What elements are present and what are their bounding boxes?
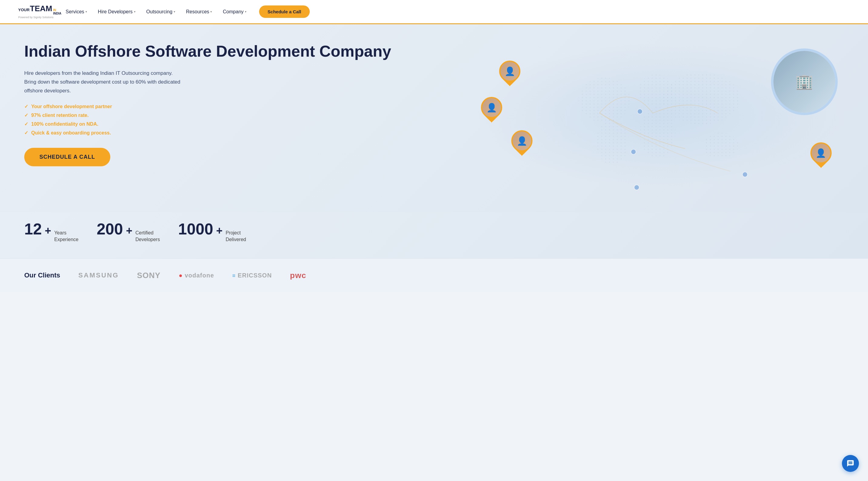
stat-line1-years: Years <box>54 230 79 236</box>
person-pin-3: 👤 <box>511 130 532 156</box>
person-face-3: 👤 <box>513 131 531 150</box>
nav-link-outsourcing[interactable]: Outsourcing ▾ <box>142 7 179 17</box>
stat-number-years: 12 <box>24 221 42 237</box>
person-avatar-1: 👤 <box>495 56 525 86</box>
stat-plus-years: + <box>45 224 51 237</box>
stat-number-devs: 200 <box>97 221 123 237</box>
nav-links: Services ▾ Hire Developers ▾ Outsourcing… <box>61 5 309 18</box>
checklist-item-1: ✓ Your offshore development partner <box>24 104 475 109</box>
office-image: 🏢 <box>771 49 838 115</box>
check-icon-2: ✓ <box>24 113 28 118</box>
person-face-2: 👤 <box>482 98 501 117</box>
check-icon-4: ✓ <box>24 130 28 136</box>
person-avatar-3: 👤 <box>507 126 537 156</box>
person-avatar-4: 👤 <box>806 138 836 168</box>
schedule-call-nav-button[interactable]: Schedule a Call <box>259 5 310 18</box>
stat-labels-years: Years Experience <box>54 230 79 243</box>
stat-line1-projects: Project <box>225 230 246 236</box>
svg-point-10 <box>743 172 748 177</box>
client-logo-samsung: SAMSUNG <box>79 271 119 279</box>
stat-line2-projects: Delivered <box>225 236 246 243</box>
client-logo-vodafone: ● vodafone <box>179 272 214 279</box>
stat-plus-projects: + <box>216 224 222 237</box>
nav-link-services[interactable]: Services ▾ <box>61 7 91 17</box>
check-icon-3: ✓ <box>24 121 28 127</box>
stat-line2-years: Experience <box>54 236 79 243</box>
stat-number-projects: 1000 <box>178 221 213 237</box>
stat-developers: 200 + Certified Developers <box>97 221 160 243</box>
nav-item-outsourcing[interactable]: Outsourcing ▾ <box>142 7 179 17</box>
stat-years: 12 + Years Experience <box>24 221 79 243</box>
stat-labels-devs: Certified Developers <box>135 230 160 243</box>
check-icon-1: ✓ <box>24 104 28 109</box>
stat-labels-projects: Project Delivered <box>225 230 246 243</box>
svg-point-9 <box>634 185 639 190</box>
checklist-item-4: ✓ Quick & easy onboarding process. <box>24 130 475 136</box>
nav-link-hire[interactable]: Hire Developers ▾ <box>94 7 140 17</box>
chevron-down-icon: ▾ <box>210 10 212 13</box>
nav-item-company[interactable]: Company ▾ <box>218 7 250 17</box>
client-logos-container: SAMSUNG SONY ● vodafone ≡ ERICSSON pwc <box>79 271 306 280</box>
nav-item-services[interactable]: Services ▾ <box>61 7 91 17</box>
vodafone-icon: ● <box>179 272 183 279</box>
svg-point-7 <box>638 109 643 114</box>
hero-map: 🏢 👤 👤 👤 👤 <box>475 42 844 188</box>
clients-section: Our Clients SAMSUNG SONY ● vodafone ≡ ER… <box>0 258 868 292</box>
person-pin-2: 👤 <box>481 97 502 122</box>
office-icon: 🏢 <box>773 51 835 113</box>
hero-section: Indian Offshore Software Development Com… <box>0 24 868 212</box>
nav-item-hire[interactable]: Hire Developers ▾ <box>94 7 140 17</box>
checklist-item-3: ✓ 100% confidentiality on NDA. <box>24 121 475 127</box>
nav-link-company[interactable]: Company ▾ <box>218 7 250 17</box>
svg-point-8 <box>631 149 636 155</box>
stat-line2-devs: Developers <box>135 236 160 243</box>
person-face-1: 👤 <box>500 62 519 81</box>
logo-team: TEAM <box>30 4 53 12</box>
hero-checklist: ✓ Your offshore development partner ✓ 97… <box>24 104 475 136</box>
person-face-4: 👤 <box>812 143 830 162</box>
checklist-item-2: ✓ 97% client retention rate. <box>24 113 475 118</box>
stat-line1-devs: Certified <box>135 230 160 236</box>
schedule-call-hero-button[interactable]: SCHEDULE A CALL <box>24 148 110 166</box>
navbar: YOUR TEAM IN INDIA Powered by Signity So… <box>0 0 868 24</box>
chevron-down-icon: ▾ <box>245 10 246 13</box>
stat-plus-devs: + <box>126 224 132 237</box>
hero-title: Indian Offshore Software Development Com… <box>24 42 475 61</box>
logo-in: IN <box>53 8 56 12</box>
nav-item-resources[interactable]: Resources ▾ <box>182 7 216 17</box>
chevron-down-icon: ▾ <box>174 10 175 13</box>
person-pin-1: 👤 <box>499 61 520 86</box>
svg-point-5 <box>662 73 740 125</box>
client-logo-pwc: pwc <box>290 271 306 280</box>
nav-cta-item[interactable]: Schedule a Call <box>253 5 310 18</box>
client-logo-sony: SONY <box>137 271 161 280</box>
person-pin-4: 👤 <box>810 142 832 168</box>
hero-description: Hire developers from the leading Indian … <box>24 69 182 95</box>
person-avatar-2: 👤 <box>477 93 507 123</box>
ericsson-icon: ≡ <box>232 272 236 279</box>
client-logo-ericsson: ≡ ERICSSON <box>232 272 272 279</box>
logo[interactable]: YOUR TEAM IN INDIA Powered by Signity So… <box>18 4 61 19</box>
logo-india: INDIA <box>53 12 61 15</box>
stats-section: 12 + Years Experience 200 + Certified De… <box>0 212 868 258</box>
chevron-down-icon: ▾ <box>86 10 87 13</box>
stat-projects: 1000 + Project Delivered <box>178 221 246 243</box>
hero-left: Indian Offshore Software Development Com… <box>24 42 475 166</box>
chevron-down-icon: ▾ <box>134 10 135 13</box>
nav-link-resources[interactable]: Resources ▾ <box>182 7 216 17</box>
logo-powered: Powered by Signity Solutions <box>18 16 54 19</box>
clients-label: Our Clients <box>24 271 60 279</box>
logo-your: YOUR <box>18 7 30 12</box>
svg-point-6 <box>703 132 739 158</box>
